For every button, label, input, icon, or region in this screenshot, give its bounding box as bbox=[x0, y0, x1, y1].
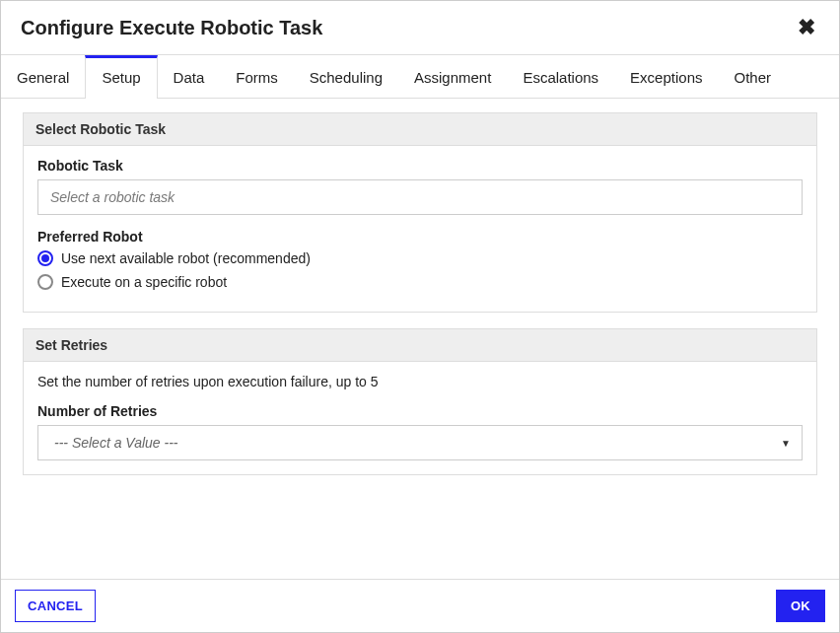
tabs-bar: General Setup Data Forms Scheduling Assi… bbox=[1, 55, 839, 99]
tab-forms[interactable]: Forms bbox=[220, 55, 294, 98]
radio-specific-robot[interactable]: Execute on a specific robot bbox=[37, 274, 803, 290]
tab-other[interactable]: Other bbox=[718, 55, 787, 98]
panel-select-robotic-task: Select Robotic Task Robotic Task Preferr… bbox=[23, 112, 817, 313]
tab-exceptions[interactable]: Exceptions bbox=[614, 55, 718, 98]
num-retries-select-wrapper: --- Select a Value --- ▼ bbox=[37, 425, 803, 460]
num-retries-label: Number of Retries bbox=[37, 403, 803, 419]
ok-button[interactable]: OK bbox=[776, 590, 825, 622]
tab-assignment[interactable]: Assignment bbox=[398, 55, 507, 98]
cancel-button[interactable]: CANCEL bbox=[15, 590, 96, 622]
tab-data[interactable]: Data bbox=[158, 55, 221, 98]
dialog-title: Configure Execute Robotic Task bbox=[21, 17, 322, 39]
tab-escalations[interactable]: Escalations bbox=[507, 55, 614, 98]
configure-dialog: Configure Execute Robotic Task ✖ General… bbox=[0, 0, 840, 633]
radio-next-available-label: Use next available robot (recommended) bbox=[61, 250, 311, 266]
tab-setup[interactable]: Setup bbox=[85, 55, 157, 99]
num-retries-select[interactable]: --- Select a Value --- bbox=[37, 425, 803, 460]
dialog-header: Configure Execute Robotic Task ✖ bbox=[1, 1, 839, 55]
tab-general[interactable]: General bbox=[1, 55, 85, 98]
set-retries-description: Set the number of retries upon execution… bbox=[37, 374, 803, 389]
preferred-robot-label: Preferred Robot bbox=[37, 229, 803, 245]
tab-scheduling[interactable]: Scheduling bbox=[294, 55, 398, 98]
panel-body-select-robotic-task: Robotic Task Preferred Robot Use next av… bbox=[24, 146, 816, 312]
radio-icon-checked bbox=[37, 250, 53, 266]
radio-icon-unchecked bbox=[37, 274, 53, 290]
robotic-task-input[interactable] bbox=[37, 179, 803, 215]
close-icon[interactable]: ✖ bbox=[794, 15, 819, 40]
radio-specific-robot-label: Execute on a specific robot bbox=[61, 274, 227, 290]
panel-set-retries: Set Retries Set the number of retries up… bbox=[23, 328, 817, 475]
panel-header-set-retries: Set Retries bbox=[24, 329, 816, 362]
dialog-footer: CANCEL OK bbox=[1, 579, 839, 632]
panel-body-set-retries: Set the number of retries upon execution… bbox=[24, 362, 816, 474]
robotic-task-label: Robotic Task bbox=[37, 158, 803, 174]
panel-header-select-robotic-task: Select Robotic Task bbox=[24, 113, 816, 146]
content-area: Select Robotic Task Robotic Task Preferr… bbox=[1, 99, 839, 579]
radio-next-available[interactable]: Use next available robot (recommended) bbox=[37, 250, 803, 266]
